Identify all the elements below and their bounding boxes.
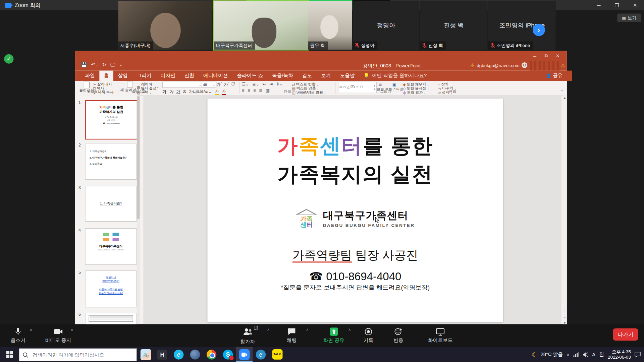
volume-icon[interactable] [583,352,588,357]
video-tile-participant1[interactable]: 서종수(대구대) [118,1,212,50]
quick-style-icon: ▣ [392,82,396,86]
slide-scrollbar[interactable]: ▲ ⌃ ⌄ ▼ [563,95,567,326]
maximize-button[interactable]: ❐ [608,0,626,10]
slide-thumbnail-6[interactable] [85,313,137,325]
font-size-box[interactable]: 48 ⌄ [202,82,216,88]
decrease-indent-button[interactable]: ⇤ [263,82,266,86]
title-char: 족 [299,134,320,157]
reactions-button[interactable]: 반응 [393,327,403,344]
logo-name: 대구북구가족센터 [323,208,415,222]
tab-transitions[interactable]: 전환 [180,71,199,81]
slide-thumbnail-2[interactable]: 1. 가족센터란? 2. 대구북구가족센터 특화사업은? 3. 질의응답 [85,144,137,180]
stop-video-label: 비디오 중지 [45,337,71,344]
action-center-icon[interactable] [635,352,641,357]
tab-file[interactable]: 파일 [80,71,99,81]
whiteboard-button[interactable]: 화이트보드 [428,327,452,344]
taskbar-app-edge[interactable]: e [253,347,269,362]
previous-slide-icon[interactable]: ⌃ [564,309,566,313]
search-input[interactable] [32,352,128,358]
slide-thumbnail-4[interactable]: 대구북구가족센터 DAEGU BUKGU FAMILY CENTER [85,228,137,265]
participant-name-label: 진성 백 [420,42,446,50]
save-icon[interactable]: 💾 [81,62,87,68]
start-button[interactable] [0,347,19,362]
taskbar-clock[interactable]: 오후 4:35 2022-06-03 [608,349,631,360]
tab-help[interactable]: 도움말 [335,71,359,81]
share-screen-button[interactable]: 화면 공유 [323,327,344,344]
taskbar-app-skype[interactable]: S [220,347,236,362]
security-check-icon: ✓ [4,54,13,64]
group-slides: 새 슬라이드 ▦ 레이아웃⌄ ↺ 다시 설정 ▤ 구역⌄ 슬라이드 [119,81,159,95]
mute-options-chevron[interactable]: ∧ [30,327,32,331]
panel-scrollbar[interactable] [137,95,140,324]
hidden-icons-chevron[interactable]: ∧ [567,352,570,357]
next-participants-button[interactable]: › [533,24,545,36]
video-tile-active-speaker[interactable]: 대구북구가족센터 [213,0,309,50]
tab-home[interactable]: 홈 [99,71,113,81]
video-options-chevron[interactable]: ∧ [71,327,73,331]
leave-meeting-button[interactable]: 나가기 [613,328,638,341]
numbering-button[interactable]: ≣⌄ [252,82,259,86]
ppt-minimize-button[interactable]: ─ [529,52,540,60]
account-info[interactable]: ⚠ dgbukgu@naver.com D [470,62,527,68]
participants-button[interactable]: 13 참가자 [240,327,255,345]
share-button[interactable]: 👤 공유 [546,71,563,81]
start-slideshow-icon[interactable]: 🖵 [110,62,115,68]
warning-icon: ⚠ [561,63,565,68]
tab-insert[interactable]: 삽입 [113,71,132,81]
video-tile-participant5[interactable]: 진성 백 진성 백 [420,1,488,50]
slide-thumbnail-3[interactable]: 1. 가족센터란? [85,186,137,222]
tab-draw[interactable]: 그리기 [132,71,156,81]
network-icon[interactable] [573,352,579,357]
chat-button[interactable]: 채팅 [287,327,297,344]
ppt-close-button[interactable]: ✕ [552,52,564,60]
tab-slideshow[interactable]: 슬라이드 쇼 [232,71,268,81]
weather-text[interactable]: 28°C 맑음 [541,351,563,358]
ime-korean-indicator[interactable]: 한 [599,351,604,358]
record-button[interactable]: 기록 [364,327,373,344]
taskbar-search-box[interactable] [19,349,137,361]
gallery-view-button[interactable]: ▦ 보기 [617,13,641,22]
slide-thumbnail-1[interactable]: 가족센터를 통한 가족복지의 실천 대구북구가족센터 가족역량팀 ☎ 010-8… [85,100,138,140]
tab-record[interactable]: 녹음/녹화 [268,71,298,81]
taskbar-app-hangul[interactable]: H [154,347,170,362]
video-tile-participant6[interactable]: 조민영의 iPhone 조민영의 iPhone [488,1,556,50]
undo-icon[interactable]: ↶⌄ [91,62,98,68]
font-name-box[interactable]: ⌄ [162,82,203,88]
redo-icon[interactable]: ↻ [102,62,106,68]
increase-indent-button[interactable]: ⇥ [269,82,273,86]
tab-animations[interactable]: 애니메이션 [199,71,232,81]
taskbar-app-other[interactable] [187,347,203,362]
taskbar-app-ie[interactable]: e [170,347,187,362]
grow-font-button[interactable]: 가ˆ [216,82,222,87]
scroll-up-icon[interactable]: ▲ [563,96,567,100]
tellme-box[interactable]: 💡 어떤 작업을 원하시나요? [363,71,427,81]
tab-design[interactable]: 디자인 [156,71,180,81]
taskbar-app-zoom[interactable] [236,347,253,362]
bullets-button[interactable]: ☰⌄ [242,82,249,86]
video-tile-participant3[interactable]: 원우 최 [308,1,352,50]
tab-view[interactable]: 보기 [317,71,335,81]
stop-video-button[interactable]: 비디오 중지 [45,327,71,344]
clear-format-button[interactable]: 가̸ [231,82,234,86]
phone-number: ☎ 010-8694-4040 [207,270,503,283]
customize-qat-icon[interactable]: ⌄ [119,63,122,67]
shrink-font-button[interactable]: 가ˇ [224,82,229,87]
close-button[interactable]: ✕ [626,0,644,10]
taskbar-app-kakaotalk[interactable]: TALK [269,347,285,362]
ime-latin-indicator[interactable]: A [592,352,595,357]
slide-thumbnail-5[interactable]: 패밀리넷 (familynet.or.kr) 다문화 가족지원 포털 다누리 (… [85,270,137,307]
participants-options-chevron[interactable]: ∧ [267,327,270,331]
mute-button[interactable]: 음소거 [11,327,25,344]
collapse-ribbon-button[interactable]: ⌃ [560,89,564,94]
chat-options-chevron[interactable]: ∧ [306,327,309,331]
minimize-button[interactable]: ─ [590,0,608,10]
next-slide-icon[interactable]: ⌄ [564,315,566,319]
taskbar-app-photos[interactable]: 🚲 [138,347,154,362]
line-spacing-button[interactable]: ⇕⌄ [276,82,283,86]
tab-review[interactable]: 검토 [298,71,316,81]
ppt-restore-button[interactable]: ⧉ [540,52,552,60]
share-options-chevron[interactable]: ∧ [348,327,351,331]
video-tile-participant4[interactable]: 정명아 정명아 [353,1,419,50]
taskbar-app-chrome[interactable] [203,347,220,362]
slide-canvas[interactable]: 가족센터를 통한 가족복지의 실천 가족센터 대구북구가족센터 DAEGU BU… [207,99,503,322]
